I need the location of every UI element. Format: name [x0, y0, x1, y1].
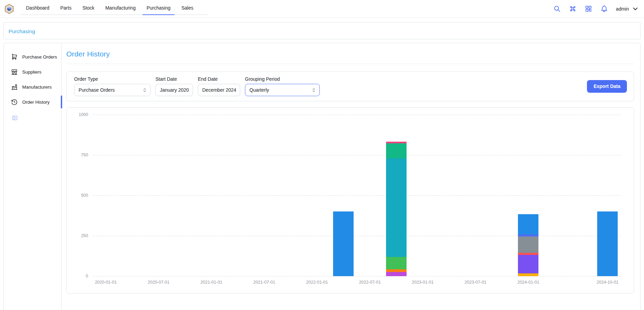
tab-sales[interactable]: Sales: [176, 1, 199, 14]
start-date-group: Start Date: [155, 76, 193, 96]
sidebar: Purchase Orders Suppliers Manufacturers …: [4, 43, 61, 310]
bar-segment: [518, 273, 538, 276]
tab-purchasing[interactable]: Purchasing: [141, 1, 176, 14]
order-type-value: Purchase Orders: [79, 87, 142, 93]
x-axis-tick-label: 2023-01-01: [412, 280, 434, 285]
chart-plot: 025050075010002020-01-012020-07-012021-0…: [93, 115, 621, 276]
sidebar-item-label: Suppliers: [22, 69, 41, 75]
search-icon[interactable]: [553, 5, 561, 13]
grouping-period-select[interactable]: Quarterly: [245, 84, 320, 96]
tab-stock[interactable]: Stock: [77, 1, 100, 14]
y-axis-tick-label: 1000: [79, 112, 88, 117]
stacked-bar: [333, 211, 354, 276]
grouping-period-group: Grouping Period Quarterly: [245, 76, 320, 96]
x-axis-tick-label: 2024-01-01: [517, 280, 539, 285]
chart-gridline: [93, 155, 621, 155]
username: admin: [616, 6, 629, 12]
y-axis-tick-label: 250: [81, 233, 88, 238]
y-axis-tick-label: 500: [81, 193, 88, 198]
grouping-period-value: Quarterly: [249, 87, 311, 93]
x-axis-tick-label: 2021-07-01: [253, 280, 275, 285]
purchasing-panel: Purchase Orders Suppliers Manufacturers …: [3, 43, 641, 310]
order-type-select[interactable]: Purchase Orders: [74, 84, 151, 96]
sidebar-item-manufacturers[interactable]: Manufacturers: [4, 79, 61, 94]
tab-label: Purchasing: [147, 5, 170, 11]
order-type-group: Order Type Purchase Orders: [74, 76, 151, 96]
filter-panel: Order Type Purchase Orders Start Date En…: [66, 72, 634, 101]
header-actions: admin: [553, 5, 639, 13]
bell-icon[interactable]: [600, 5, 608, 13]
x-axis-tick-label: 2022-07-01: [359, 280, 381, 285]
bar-segment: [518, 236, 538, 253]
bar-segment: [518, 214, 538, 234]
y-axis-tick-label: 750: [81, 153, 88, 157]
sidebar-item-label: Purchase Orders: [22, 54, 57, 60]
main-nav-tabs: Dashboard Parts Stock Manufacturing Purc…: [20, 1, 208, 15]
app-header: Dashboard Parts Stock Manufacturing Purc…: [0, 0, 644, 18]
end-date-group: End Date: [198, 76, 240, 96]
chart-gridline: [93, 236, 621, 236]
x-axis-tick-label: 2024-10-01: [597, 280, 618, 285]
bar-segment: [386, 272, 407, 276]
history-clock-icon: [11, 99, 18, 105]
export-data-button[interactable]: Export Data: [587, 80, 627, 93]
bar-segment: [386, 269, 407, 272]
page-title: Order History: [66, 50, 634, 58]
tab-label: Dashboard: [26, 5, 50, 11]
x-axis-tick-label: 2023-07-01: [465, 280, 487, 285]
tab-manufacturing[interactable]: Manufacturing: [100, 1, 141, 14]
breadcrumb-bar: Purchasing: [3, 22, 641, 39]
user-menu[interactable]: admin: [616, 5, 639, 12]
order-history-chart-card: 025050075010002020-01-012020-07-012021-0…: [66, 107, 634, 294]
stacked-bar: [518, 214, 538, 276]
bar-segment: [333, 211, 354, 276]
chart-gridline: [93, 115, 621, 115]
order-history-content: Order History Order Type Purchase Orders…: [61, 43, 640, 310]
tab-label: Stock: [82, 5, 94, 11]
chart-gridline: [93, 276, 621, 276]
qrcode-scan-icon[interactable]: [585, 5, 592, 13]
tab-parts[interactable]: Parts: [55, 1, 77, 14]
tab-dashboard[interactable]: Dashboard: [20, 1, 55, 14]
order-type-label: Order Type: [74, 76, 151, 82]
sidebar-item-order-history[interactable]: Order History: [4, 94, 61, 109]
chevron-down-icon: [632, 5, 639, 12]
start-date-input[interactable]: [155, 84, 193, 96]
selector-icon: [142, 87, 148, 93]
stacked-bar: [597, 211, 618, 276]
sidebar-item-label: Order History: [22, 100, 50, 105]
chart-gridline: [93, 195, 621, 196]
x-axis-tick-label: 2020-01-01: [95, 280, 117, 285]
breadcrumb[interactable]: Purchasing: [9, 28, 35, 35]
bar-segment: [597, 211, 618, 276]
selector-icon: [311, 87, 317, 93]
sidebar-item-purchase-orders[interactable]: Purchase Orders: [4, 49, 61, 64]
end-date-input[interactable]: [198, 84, 240, 96]
end-date-label: End Date: [198, 76, 240, 82]
title-divider: [66, 64, 634, 64]
bar-segment: [518, 255, 538, 273]
tab-label: Sales: [181, 5, 193, 11]
sidebar-collapse-icon[interactable]: [12, 115, 18, 121]
bar-segment: [386, 143, 407, 159]
bar-segment: [386, 158, 407, 257]
storefront-icon: [11, 68, 18, 75]
command-icon[interactable]: [569, 5, 577, 13]
inventree-logo-icon[interactable]: [3, 3, 15, 15]
start-date-label: Start Date: [155, 76, 193, 82]
sidebar-item-label: Manufacturers: [22, 85, 52, 90]
tab-label: Manufacturing: [105, 5, 136, 11]
grouping-period-label: Grouping Period: [245, 76, 320, 82]
tab-label: Parts: [60, 5, 72, 11]
x-axis-tick-label: 2021-01-01: [201, 280, 222, 285]
y-axis-tick-label: 0: [86, 274, 88, 279]
factory-icon: [11, 83, 18, 90]
shopping-cart-icon: [11, 53, 18, 60]
x-axis-tick-label: 2022-01-01: [306, 280, 328, 285]
stacked-bar: [386, 142, 407, 276]
bar-segment: [386, 257, 407, 269]
sidebar-item-suppliers[interactable]: Suppliers: [4, 64, 61, 79]
x-axis-tick-label: 2020-07-01: [148, 280, 169, 285]
